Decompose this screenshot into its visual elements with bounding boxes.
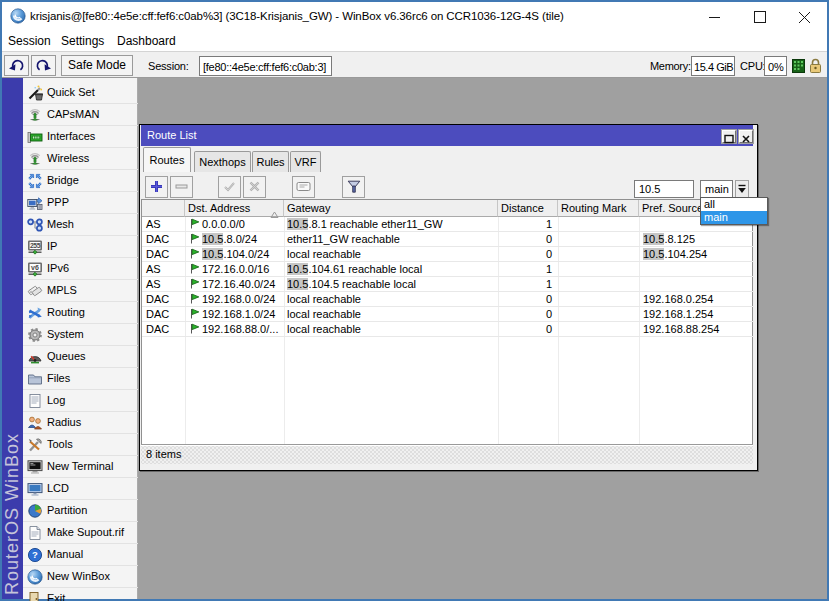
svg-text:255: 255 bbox=[30, 242, 41, 249]
svg-text:?: ? bbox=[32, 549, 38, 560]
svg-text:v6: v6 bbox=[31, 264, 39, 271]
